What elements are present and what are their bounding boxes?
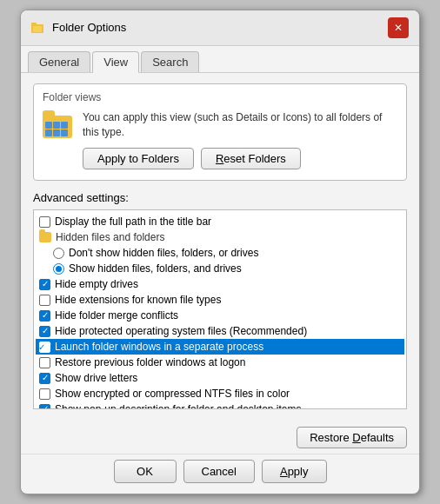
- folder-views-buttons: Apply to Folders Reset Folders: [83, 148, 397, 169]
- folder-views-icon: [43, 110, 74, 138]
- label-hide-merge: Hide folder merge conflicts: [55, 309, 178, 322]
- setting-restore-previous[interactable]: Restore previous folder windows at logon: [36, 355, 404, 370]
- cancel-button[interactable]: Cancel: [183, 460, 255, 483]
- ok-button[interactable]: OK: [114, 460, 177, 483]
- checkbox-show-drive-letters[interactable]: [39, 373, 50, 384]
- main-content: Folder views: [21, 73, 419, 421]
- tab-general[interactable]: General: [28, 51, 90, 72]
- checkbox-show-popup[interactable]: [39, 404, 50, 410]
- label-launch-separate: Launch folder windows in a separate proc…: [55, 341, 263, 353]
- label-show-hidden: Show hidden files, folders, and drives: [69, 262, 242, 275]
- setting-hidden-files-header: Hidden files and folders: [36, 229, 404, 245]
- label-hidden-files-header: Hidden files and folders: [56, 231, 164, 243]
- apply-button[interactable]: Apply: [262, 460, 327, 483]
- checkbox-hide-extensions[interactable]: [39, 295, 50, 306]
- title-bar: Folder Options ✕: [21, 10, 419, 46]
- folder-views-title: Folder views: [43, 91, 397, 103]
- setting-full-path[interactable]: Display the full path in the title bar: [36, 214, 404, 229]
- label-full-path: Display the full path in the title bar: [55, 216, 211, 228]
- label-dont-show-hidden: Don't show hidden files, folders, or dri…: [69, 247, 258, 259]
- checkbox-launch-separate[interactable]: ✓: [39, 342, 50, 353]
- tab-search[interactable]: Search: [141, 51, 199, 72]
- checkbox-hide-merge[interactable]: [39, 310, 50, 322]
- folder-options-icon: [31, 21, 45, 35]
- radio-show-hidden[interactable]: [53, 263, 64, 275]
- checkbox-full-path[interactable]: [39, 216, 50, 228]
- setting-dont-show-hidden[interactable]: Don't show hidden files, folders, or dri…: [36, 245, 404, 261]
- reset-folders-button[interactable]: Reset Folders: [201, 148, 301, 169]
- folder-views-inner: You can apply this view (such as Details…: [43, 110, 397, 170]
- setting-show-hidden[interactable]: Show hidden files, folders, and drives: [36, 261, 404, 276]
- title-text: Folder Options: [52, 21, 126, 34]
- folder-views-desc: You can apply this view (such as Details…: [83, 110, 397, 170]
- folder-small-icon: [39, 232, 51, 242]
- label-hide-protected: Hide protected operating system files (R…: [55, 325, 307, 337]
- setting-hide-extensions[interactable]: Hide extensions for known file types: [36, 292, 404, 308]
- radio-dont-show-hidden[interactable]: [53, 248, 64, 259]
- svg-rect-1: [31, 23, 37, 26]
- setting-show-encrypted[interactable]: Show encrypted or compressed NTFS files …: [36, 386, 404, 401]
- restore-defaults-button[interactable]: Restore Defaults: [297, 427, 407, 448]
- setting-launch-separate[interactable]: ✓ Launch folder windows in a separate pr…: [36, 339, 404, 355]
- folder-views-box: Folder views: [33, 83, 407, 182]
- dialog-buttons: OK Cancel Apply: [21, 454, 419, 494]
- title-bar-left: Folder Options: [31, 21, 126, 35]
- label-hide-extensions: Hide extensions for known file types: [55, 294, 221, 306]
- bottom-area: Restore Defaults: [21, 420, 419, 454]
- checkbox-hide-protected[interactable]: [39, 326, 50, 337]
- checkbox-hide-empty-drives[interactable]: [39, 279, 50, 290]
- checkbox-restore-previous[interactable]: [39, 357, 50, 368]
- label-hide-empty-drives: Hide empty drives: [55, 278, 138, 290]
- label-show-popup: Show pop-up description for folder and d…: [55, 403, 302, 409]
- tab-view[interactable]: View: [92, 51, 139, 73]
- apply-to-folders-button[interactable]: Apply to Folders: [83, 148, 194, 169]
- setting-hide-empty-drives[interactable]: Hide empty drives: [36, 276, 404, 292]
- label-restore-previous: Restore previous folder windows at logon: [55, 356, 245, 368]
- label-show-drive-letters: Show drive letters: [55, 372, 137, 384]
- setting-hide-protected[interactable]: Hide protected operating system files (R…: [36, 323, 404, 339]
- svg-rect-2: [33, 26, 42, 32]
- setting-hide-merge[interactable]: Hide folder merge conflicts: [36, 308, 404, 323]
- setting-show-drive-letters[interactable]: Show drive letters: [36, 370, 404, 386]
- advanced-settings-label: Advanced settings:: [33, 191, 407, 204]
- folder-options-dialog: Folder Options ✕ General View Search Fol…: [20, 10, 420, 495]
- label-show-encrypted: Show encrypted or compressed NTFS files …: [55, 388, 290, 400]
- tabs-bar: General View Search: [21, 46, 419, 73]
- settings-list[interactable]: Display the full path in the title bar H…: [33, 209, 407, 409]
- close-button[interactable]: ✕: [388, 17, 409, 38]
- setting-show-popup[interactable]: Show pop-up description for folder and d…: [36, 401, 404, 409]
- checkbox-show-encrypted[interactable]: [39, 388, 50, 400]
- apply-underline: Apply: [280, 465, 309, 478]
- folder-views-description: You can apply this view (such as Details…: [83, 110, 397, 140]
